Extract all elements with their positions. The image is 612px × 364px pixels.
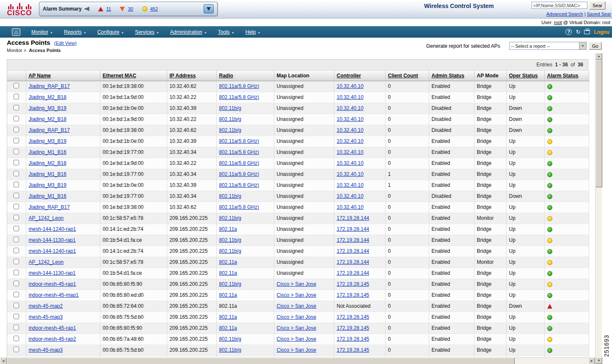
menu-help[interactable]: Help▼ — [245, 29, 261, 35]
scroll-up-button[interactable]: ▲ — [595, 53, 602, 60]
scroll-right-button[interactable]: ► — [588, 358, 595, 364]
controller-link[interactable]: 10.32.40.10 — [337, 94, 364, 100]
row-checkbox[interactable] — [14, 83, 19, 88]
saved-search-link[interactable]: Saved Sear — [587, 11, 611, 16]
critical-alarm-count[interactable]: 11 — [106, 6, 111, 11]
controller-link[interactable]: 172.19.28.144 — [337, 226, 369, 232]
menu-administration[interactable]: Administration▼ — [170, 29, 207, 35]
controller-link[interactable]: 172.19.28.145 — [337, 314, 369, 320]
row-checkbox[interactable] — [14, 303, 19, 308]
radio-link[interactable]: 802.11a(5.8 GHz) — [219, 160, 259, 166]
row-checkbox[interactable] — [14, 270, 19, 275]
ap-name-link[interactable]: Jiading_M1_B16 — [29, 193, 66, 199]
radio-link[interactable]: 802.11b/g — [219, 336, 242, 342]
radio-link[interactable]: 802.11b/g — [219, 116, 242, 122]
ap-name-link[interactable]: mesh-45-map2 — [29, 303, 63, 309]
row-checkbox[interactable] — [14, 237, 19, 242]
ap-name-link[interactable]: mesh-144-1130-rap1 — [29, 270, 76, 276]
search-button[interactable]: Sear — [589, 1, 606, 10]
controller-link[interactable]: 10.32.40.10 — [337, 160, 364, 166]
ap-name-link[interactable]: mesh-144-1240-rap1 — [29, 226, 76, 232]
ap-name-link[interactable]: Jiading_M3_B19 — [29, 138, 66, 144]
ap-name-link[interactable]: Jiading_M1_B16 — [29, 149, 66, 155]
edit-view-link[interactable]: (Edit View) — [54, 41, 77, 46]
ap-name-link[interactable]: mesh-144-1240-rap1 — [29, 248, 76, 254]
row-checkbox[interactable] — [14, 347, 19, 352]
controller-link[interactable]: 172.19.28.145 — [337, 336, 369, 342]
ap-name-link[interactable]: Jiading_M3_B19 — [29, 182, 66, 188]
controller-link[interactable]: 10.32.40.10 — [337, 116, 364, 122]
map-location-link[interactable]: Cisco > San Jose — [277, 292, 317, 298]
map-location-link[interactable]: Cisco > San Jose — [277, 281, 317, 287]
controller-link[interactable]: 10.32.40.10 — [337, 182, 364, 188]
controller-link[interactable]: 172.19.28.144 — [337, 270, 369, 276]
col-header-ip-address[interactable]: IP Address — [167, 71, 216, 81]
col-header-radio[interactable]: Radio — [216, 71, 274, 81]
controller-link[interactable]: 10.32.40.10 — [337, 138, 364, 144]
radio-link[interactable]: 802.11b/g — [219, 127, 242, 133]
ap-name-link[interactable]: Jiading_RAP_B17 — [29, 204, 70, 210]
map-location-link[interactable]: Cisco > San Jose — [277, 303, 317, 309]
scroll-down-button[interactable]: ▼ — [595, 357, 602, 364]
major-alarm-count[interactable]: 30 — [128, 6, 133, 11]
user-name-link[interactable]: root — [554, 20, 562, 25]
radio-link[interactable]: 802.11a — [219, 314, 237, 320]
help-icon[interactable]: ? — [565, 29, 572, 35]
map-location-link[interactable]: Cisco > San Jose — [277, 347, 317, 353]
row-checkbox[interactable] — [14, 171, 19, 176]
ap-name-link[interactable]: Jiading_M3_B19 — [29, 105, 66, 111]
menu-tools[interactable]: Tools▼ — [218, 29, 234, 35]
row-checkbox[interactable] — [14, 182, 19, 187]
ap-name-link[interactable]: indoor-mesh-45-rap1 — [29, 325, 76, 331]
col-header-alarm-status[interactable]: Alarm Status — [544, 71, 589, 81]
radio-link[interactable]: 802.11a(5.8 GHz) — [219, 138, 259, 144]
map-location-link[interactable]: Cisco > San Jose — [277, 336, 317, 342]
row-checkbox[interactable] — [14, 325, 19, 330]
ap-name-link[interactable]: AP_1242_Leon — [29, 259, 64, 265]
ap-name-link[interactable]: Jiading_RAP_B17 — [29, 127, 70, 133]
radio-link[interactable]: 802.11b/g — [219, 237, 242, 243]
ap-name-link[interactable]: mesh-45-map3 — [29, 347, 63, 353]
radio-link[interactable]: 802.11a — [219, 270, 237, 276]
menu-services[interactable]: Services▼ — [135, 29, 159, 35]
row-checkbox[interactable] — [14, 226, 19, 231]
controller-link[interactable]: 172.19.28.145 — [337, 292, 369, 298]
controller-link[interactable]: 172.19.28.144 — [337, 237, 369, 243]
row-checkbox[interactable] — [14, 281, 19, 286]
alarm-summary-dropdown-button[interactable] — [204, 4, 214, 14]
row-checkbox[interactable] — [14, 314, 19, 319]
row-checkbox[interactable] — [14, 149, 19, 154]
ap-name-link[interactable]: Jiading_M2_B18 — [29, 94, 66, 100]
col-header-controller[interactable]: Controller — [334, 71, 385, 81]
ap-name-link[interactable]: indoor-mesh-45-rap2 — [29, 336, 76, 342]
map-location-link[interactable]: Cisco > San Jose — [277, 325, 317, 331]
logout-link[interactable]: Logou — [594, 29, 609, 35]
controller-link[interactable]: 10.32.40.10 — [337, 83, 364, 89]
radio-link[interactable]: 802.11a — [219, 292, 237, 298]
row-checkbox[interactable] — [14, 193, 19, 198]
controller-link[interactable]: 172.19.28.145 — [337, 347, 369, 353]
radio-link[interactable]: 802.11a(5.8 GHz) — [219, 149, 259, 155]
advanced-search-link[interactable]: Advanced Search — [546, 11, 583, 16]
menu-reports[interactable]: Reports▼ — [64, 29, 86, 35]
vertical-scrollbar[interactable]: ▲ ▼ — [595, 53, 602, 364]
col-header-ap-name[interactable]: AP Name — [26, 71, 100, 81]
radio-link[interactable]: 802.11a — [219, 325, 237, 331]
col-header-admin-status[interactable]: Admin Status — [429, 71, 474, 81]
home-icon[interactable]: ⌂ — [12, 28, 20, 36]
ap-name-link[interactable]: Jiading_M2_B18 — [29, 160, 66, 166]
radio-link[interactable]: 802.11b/g — [219, 281, 242, 287]
row-checkbox[interactable] — [14, 259, 19, 264]
row-checkbox[interactable] — [14, 127, 19, 132]
radio-link[interactable]: 802.11a(5.8 GHz) — [219, 204, 259, 210]
radio-link[interactable]: 802.11a — [219, 259, 237, 265]
row-checkbox[interactable] — [14, 160, 19, 165]
controller-link[interactable]: 10.32.40.10 — [337, 171, 364, 177]
row-checkbox[interactable] — [14, 336, 19, 341]
row-checkbox[interactable] — [14, 215, 19, 220]
row-checkbox[interactable] — [14, 116, 19, 121]
controller-link[interactable]: 172.19.28.145 — [337, 325, 369, 331]
radio-link[interactable]: 802.11a — [219, 226, 237, 232]
go-button[interactable]: Go — [589, 42, 602, 50]
row-checkbox[interactable] — [14, 292, 19, 297]
